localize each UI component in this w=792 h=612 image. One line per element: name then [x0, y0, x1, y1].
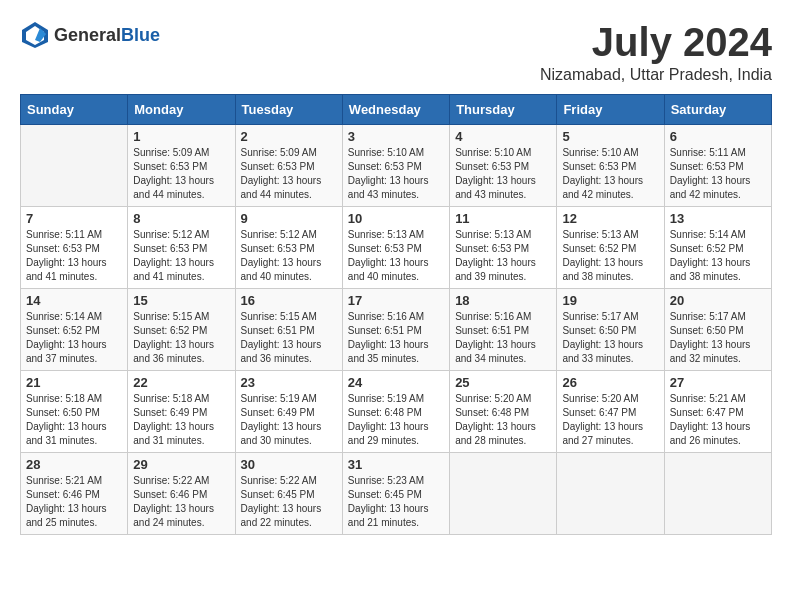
day-info: Sunrise: 5:18 AM Sunset: 6:49 PM Dayligh…	[133, 392, 229, 448]
calendar-cell: 7Sunrise: 5:11 AM Sunset: 6:53 PM Daylig…	[21, 207, 128, 289]
calendar-cell: 18Sunrise: 5:16 AM Sunset: 6:51 PM Dayli…	[450, 289, 557, 371]
day-info: Sunrise: 5:19 AM Sunset: 6:48 PM Dayligh…	[348, 392, 444, 448]
calendar-cell	[557, 453, 664, 535]
calendar-cell: 12Sunrise: 5:13 AM Sunset: 6:52 PM Dayli…	[557, 207, 664, 289]
calendar-header: SundayMondayTuesdayWednesdayThursdayFrid…	[21, 95, 772, 125]
calendar-cell: 6Sunrise: 5:11 AM Sunset: 6:53 PM Daylig…	[664, 125, 771, 207]
day-info: Sunrise: 5:14 AM Sunset: 6:52 PM Dayligh…	[670, 228, 766, 284]
calendar-cell: 15Sunrise: 5:15 AM Sunset: 6:52 PM Dayli…	[128, 289, 235, 371]
calendar-cell: 28Sunrise: 5:21 AM Sunset: 6:46 PM Dayli…	[21, 453, 128, 535]
day-info: Sunrise: 5:11 AM Sunset: 6:53 PM Dayligh…	[670, 146, 766, 202]
day-of-week-header: Saturday	[664, 95, 771, 125]
calendar-cell: 9Sunrise: 5:12 AM Sunset: 6:53 PM Daylig…	[235, 207, 342, 289]
day-number: 15	[133, 293, 229, 308]
calendar-cell: 25Sunrise: 5:20 AM Sunset: 6:48 PM Dayli…	[450, 371, 557, 453]
month-year: July 2024	[540, 20, 772, 64]
calendar-cell: 19Sunrise: 5:17 AM Sunset: 6:50 PM Dayli…	[557, 289, 664, 371]
calendar-week-row: 1Sunrise: 5:09 AM Sunset: 6:53 PM Daylig…	[21, 125, 772, 207]
day-number: 28	[26, 457, 122, 472]
day-number: 19	[562, 293, 658, 308]
location: Nizamabad, Uttar Pradesh, India	[540, 66, 772, 84]
day-number: 9	[241, 211, 337, 226]
day-info: Sunrise: 5:12 AM Sunset: 6:53 PM Dayligh…	[133, 228, 229, 284]
calendar-week-row: 14Sunrise: 5:14 AM Sunset: 6:52 PM Dayli…	[21, 289, 772, 371]
day-number: 21	[26, 375, 122, 390]
calendar-cell: 20Sunrise: 5:17 AM Sunset: 6:50 PM Dayli…	[664, 289, 771, 371]
calendar-cell: 30Sunrise: 5:22 AM Sunset: 6:45 PM Dayli…	[235, 453, 342, 535]
calendar-cell: 3Sunrise: 5:10 AM Sunset: 6:53 PM Daylig…	[342, 125, 449, 207]
logo-blue: Blue	[121, 25, 160, 45]
day-number: 12	[562, 211, 658, 226]
day-number: 31	[348, 457, 444, 472]
day-info: Sunrise: 5:14 AM Sunset: 6:52 PM Dayligh…	[26, 310, 122, 366]
calendar-cell: 16Sunrise: 5:15 AM Sunset: 6:51 PM Dayli…	[235, 289, 342, 371]
header: GeneralBlue July 2024 Nizamabad, Uttar P…	[20, 20, 772, 84]
day-info: Sunrise: 5:15 AM Sunset: 6:52 PM Dayligh…	[133, 310, 229, 366]
day-number: 1	[133, 129, 229, 144]
calendar-cell: 1Sunrise: 5:09 AM Sunset: 6:53 PM Daylig…	[128, 125, 235, 207]
day-number: 23	[241, 375, 337, 390]
calendar-cell: 13Sunrise: 5:14 AM Sunset: 6:52 PM Dayli…	[664, 207, 771, 289]
day-of-week-header: Sunday	[21, 95, 128, 125]
calendar-cell: 2Sunrise: 5:09 AM Sunset: 6:53 PM Daylig…	[235, 125, 342, 207]
day-of-week-header: Wednesday	[342, 95, 449, 125]
calendar-cell: 8Sunrise: 5:12 AM Sunset: 6:53 PM Daylig…	[128, 207, 235, 289]
calendar-cell: 24Sunrise: 5:19 AM Sunset: 6:48 PM Dayli…	[342, 371, 449, 453]
day-number: 20	[670, 293, 766, 308]
day-number: 22	[133, 375, 229, 390]
day-info: Sunrise: 5:20 AM Sunset: 6:48 PM Dayligh…	[455, 392, 551, 448]
day-number: 14	[26, 293, 122, 308]
day-number: 17	[348, 293, 444, 308]
day-number: 10	[348, 211, 444, 226]
day-info: Sunrise: 5:13 AM Sunset: 6:53 PM Dayligh…	[455, 228, 551, 284]
day-info: Sunrise: 5:20 AM Sunset: 6:47 PM Dayligh…	[562, 392, 658, 448]
day-number: 2	[241, 129, 337, 144]
day-info: Sunrise: 5:18 AM Sunset: 6:50 PM Dayligh…	[26, 392, 122, 448]
day-info: Sunrise: 5:17 AM Sunset: 6:50 PM Dayligh…	[670, 310, 766, 366]
calendar-cell: 21Sunrise: 5:18 AM Sunset: 6:50 PM Dayli…	[21, 371, 128, 453]
calendar-cell: 5Sunrise: 5:10 AM Sunset: 6:53 PM Daylig…	[557, 125, 664, 207]
day-number: 8	[133, 211, 229, 226]
day-info: Sunrise: 5:13 AM Sunset: 6:52 PM Dayligh…	[562, 228, 658, 284]
day-number: 5	[562, 129, 658, 144]
day-info: Sunrise: 5:21 AM Sunset: 6:47 PM Dayligh…	[670, 392, 766, 448]
calendar-cell: 31Sunrise: 5:23 AM Sunset: 6:45 PM Dayli…	[342, 453, 449, 535]
calendar-cell: 11Sunrise: 5:13 AM Sunset: 6:53 PM Dayli…	[450, 207, 557, 289]
day-info: Sunrise: 5:16 AM Sunset: 6:51 PM Dayligh…	[455, 310, 551, 366]
calendar-cell: 17Sunrise: 5:16 AM Sunset: 6:51 PM Dayli…	[342, 289, 449, 371]
day-number: 25	[455, 375, 551, 390]
calendar-cell: 14Sunrise: 5:14 AM Sunset: 6:52 PM Dayli…	[21, 289, 128, 371]
day-number: 16	[241, 293, 337, 308]
day-number: 13	[670, 211, 766, 226]
calendar-cell: 22Sunrise: 5:18 AM Sunset: 6:49 PM Dayli…	[128, 371, 235, 453]
logo: GeneralBlue	[20, 20, 160, 50]
calendar-cell: 27Sunrise: 5:21 AM Sunset: 6:47 PM Dayli…	[664, 371, 771, 453]
calendar-cell	[664, 453, 771, 535]
calendar-cell: 4Sunrise: 5:10 AM Sunset: 6:53 PM Daylig…	[450, 125, 557, 207]
day-info: Sunrise: 5:09 AM Sunset: 6:53 PM Dayligh…	[241, 146, 337, 202]
day-number: 26	[562, 375, 658, 390]
day-number: 7	[26, 211, 122, 226]
day-of-week-header: Monday	[128, 95, 235, 125]
day-info: Sunrise: 5:15 AM Sunset: 6:51 PM Dayligh…	[241, 310, 337, 366]
day-of-week-header: Thursday	[450, 95, 557, 125]
calendar-cell	[21, 125, 128, 207]
calendar-week-row: 21Sunrise: 5:18 AM Sunset: 6:50 PM Dayli…	[21, 371, 772, 453]
day-info: Sunrise: 5:19 AM Sunset: 6:49 PM Dayligh…	[241, 392, 337, 448]
day-info: Sunrise: 5:16 AM Sunset: 6:51 PM Dayligh…	[348, 310, 444, 366]
day-info: Sunrise: 5:23 AM Sunset: 6:45 PM Dayligh…	[348, 474, 444, 530]
calendar-cell: 23Sunrise: 5:19 AM Sunset: 6:49 PM Dayli…	[235, 371, 342, 453]
logo-general: General	[54, 25, 121, 45]
calendar-table: SundayMondayTuesdayWednesdayThursdayFrid…	[20, 94, 772, 535]
calendar-body: 1Sunrise: 5:09 AM Sunset: 6:53 PM Daylig…	[21, 125, 772, 535]
day-number: 3	[348, 129, 444, 144]
day-info: Sunrise: 5:22 AM Sunset: 6:45 PM Dayligh…	[241, 474, 337, 530]
day-info: Sunrise: 5:12 AM Sunset: 6:53 PM Dayligh…	[241, 228, 337, 284]
calendar-cell: 26Sunrise: 5:20 AM Sunset: 6:47 PM Dayli…	[557, 371, 664, 453]
day-info: Sunrise: 5:10 AM Sunset: 6:53 PM Dayligh…	[562, 146, 658, 202]
title-area: July 2024 Nizamabad, Uttar Pradesh, Indi…	[540, 20, 772, 84]
calendar-cell	[450, 453, 557, 535]
day-info: Sunrise: 5:10 AM Sunset: 6:53 PM Dayligh…	[348, 146, 444, 202]
day-number: 18	[455, 293, 551, 308]
days-of-week-row: SundayMondayTuesdayWednesdayThursdayFrid…	[21, 95, 772, 125]
